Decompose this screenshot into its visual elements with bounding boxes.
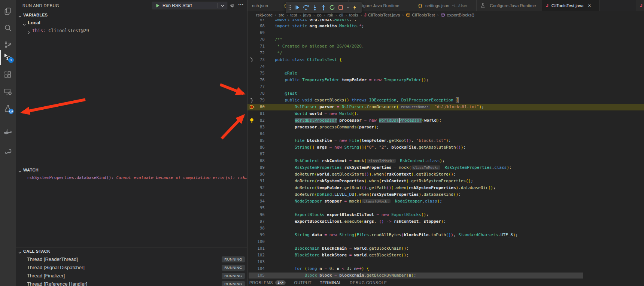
tab-clitoolstest.java[interactable]: JCliToolsTest.java×	[542, 0, 599, 11]
run-config-dropdown[interactable]: Run RSK Start	[152, 1, 228, 10]
code-text[interactable]: World world = new World();	[275, 110, 359, 117]
breadcrumb-item[interactable]: co	[317, 13, 321, 17]
gradle-icon[interactable]	[0, 143, 16, 160]
code-text[interactable]: String[] args = new String[]{"0", "2", b…	[275, 144, 466, 151]
hot-code-replace-icon[interactable]	[352, 4, 357, 10]
code-line-70[interactable]: 70/**	[247, 36, 644, 43]
code-line-97[interactable]: 97 exportBlocksCliTool.execute(args, () …	[247, 218, 644, 225]
code-line-79[interactable]: 79 public void exportBlocks() throws IOE…	[247, 97, 644, 104]
gear-icon[interactable]	[229, 3, 235, 9]
code-line-96[interactable]: 96 ExportBlocks exportBlocksCliTool = ne…	[247, 212, 644, 218]
code-line-86[interactable]: 86 String[] args = new String[]{"0", "2"…	[247, 144, 644, 151]
run-and-debug-icon[interactable]: 1	[0, 49, 16, 66]
panel-tab-output[interactable]: OUTPUT	[294, 280, 312, 285]
breadcrumb-item[interactable]: src	[279, 13, 284, 17]
breadcrumb-item[interactable]: cli	[339, 13, 343, 17]
code-text[interactable]: @Test	[275, 90, 297, 97]
explorer-icon[interactable]	[0, 3, 16, 19]
code-text[interactable]: doReturn(rskSystemProperties).when(rskCo…	[275, 178, 473, 185]
variable-this[interactable]: this: CliToolsTest@29	[16, 27, 247, 35]
code-text[interactable]: DslParser parser = DslParser.fromResourc…	[275, 104, 484, 110]
code-text[interactable]: NodeStopper stopper = mock(classToMock: …	[275, 198, 442, 205]
code-text[interactable]: WorldDslProcessor processor = new WorldD…	[275, 117, 441, 124]
code-text[interactable]: File blocksFile = new File(tempFolder.ge…	[275, 137, 451, 144]
step-out-icon[interactable]	[321, 4, 326, 10]
breadcrumb-item[interactable]: java	[303, 13, 311, 17]
horizontal-scrollbar[interactable]	[249, 273, 583, 279]
panel-tab-terminal[interactable]: TERMINAL	[320, 280, 341, 285]
stop-icon[interactable]	[338, 4, 344, 10]
code-text[interactable]: doReturn(DbKind.LEVEL_DB).when(rskSystem…	[275, 191, 461, 198]
code-text[interactable]: RskSystemProperties rskSystemProperties …	[275, 164, 511, 171]
code-line-68[interactable]: 68import static org.mockito.Mockito.*;	[247, 23, 644, 30]
code-text[interactable]: import static org.mockito.Mockito.*;	[275, 23, 364, 30]
code-line-84[interactable]: 84	[247, 131, 644, 137]
code-line-88[interactable]: 88 RskContext rskContext = mock(classToM…	[247, 158, 644, 164]
code-text[interactable]: processor.processCommands(parser);	[275, 124, 379, 131]
code-line-74[interactable]: 74	[247, 63, 644, 70]
code-line-93[interactable]: 93 doReturn(DbKind.LEVEL_DB).when(rskSys…	[247, 191, 644, 198]
watch-expression[interactable]: rskSystemProperties.databaseKind(): Cann…	[16, 174, 247, 182]
code-text[interactable]: */	[275, 50, 282, 57]
code-text[interactable]: Blockchain blockchain = world.getBlockCh…	[275, 245, 409, 252]
code-area[interactable]: 67import static org.junit.Assert.*;68imp…	[247, 0, 644, 279]
code-line-77[interactable]: 77	[247, 83, 644, 90]
code-text[interactable]: public void exportBlocks() throws IOExce…	[275, 97, 458, 104]
code-line-72[interactable]: 72 */	[247, 50, 644, 57]
call-stack-thread[interactable]: Thread [Signal Dispatcher]RUNNING	[16, 264, 247, 272]
call-stack-thread[interactable]: Thread [Reference Handler]RUNNING	[16, 280, 247, 286]
code-text[interactable]: public class CliToolsTest {	[275, 57, 342, 63]
remote-explorer-icon[interactable]	[0, 83, 16, 100]
code-line-91[interactable]: 91 doReturn(rskSystemProperties).when(rs…	[247, 178, 644, 185]
call-stack-thread[interactable]: Thread [ReaderThread]RUNNING	[16, 255, 247, 264]
breadcrumb-class[interactable]: CliToolsTest	[412, 13, 435, 17]
tab-partial-6[interactable]: J	[636, 0, 644, 11]
panel-tab-problems[interactable]: PROBLEMS1K+	[249, 280, 286, 285]
code-line-92[interactable]: 92 doReturn(tempFolder.getRoot().getPath…	[247, 185, 644, 191]
code-text[interactable]: String data = new String(Files.readAllBy…	[275, 232, 518, 238]
code-text[interactable]: /**	[275, 36, 282, 43]
code-line-71[interactable]: 71 * Created by ajlopez on 26/04/2020.	[247, 43, 644, 50]
drag-handle[interactable]	[288, 4, 291, 10]
close-icon[interactable]: ×	[588, 3, 591, 9]
restart-icon[interactable]	[329, 4, 335, 10]
variables-section-header[interactable]: VARIABLES	[16, 11, 247, 19]
code-text[interactable]: RskContext rskContext = mock(classToMock…	[275, 158, 445, 164]
code-text[interactable]: exportBlocksCliTool.execute(args, () -> …	[275, 218, 446, 225]
tab-settings.json[interactable]: {}settings.json~/.../User	[414, 0, 477, 11]
testing-icon[interactable]	[0, 100, 16, 117]
tab-configure-java-runtime[interactable]: Configure Java Runtime	[477, 0, 542, 11]
code-line-80[interactable]: 80 DslParser parser = DslParser.fromReso…	[247, 104, 644, 110]
code-text[interactable]: doReturn(tempFolder.getRoot().getPath())…	[275, 185, 496, 191]
code-text[interactable]: @Rule	[275, 70, 297, 77]
code-line-103[interactable]: 103	[247, 259, 644, 265]
code-line-101[interactable]: 101 Blockchain blockchain = world.getBlo…	[247, 245, 644, 252]
code-text[interactable]: doReturn(world.getBlockStore()).when(rsk…	[275, 171, 456, 178]
extensions-icon[interactable]	[0, 67, 16, 83]
code-line-69[interactable]: 69	[247, 30, 644, 36]
stop-dropdown-chevron-icon[interactable]	[346, 6, 350, 9]
call-stack-thread[interactable]: Thread [Finalizer]RUNNING	[16, 272, 247, 280]
step-over-icon[interactable]	[303, 4, 309, 10]
code-text[interactable]: for (long n = 0; n < 3; n++) {	[275, 265, 369, 272]
panel-tab-debug-console[interactable]: DEBUG CONSOLE	[350, 280, 387, 285]
step-into-icon[interactable]	[312, 4, 318, 10]
code-line-81[interactable]: 81 World world = new World();	[247, 110, 644, 117]
code-line-104[interactable]: 104 for (long n = 0; n < 3; n++) {	[247, 265, 644, 272]
code-line-82[interactable]: 82 WorldDslProcessor processor = new Wor…	[247, 117, 644, 124]
code-line-95[interactable]: 95	[247, 205, 644, 212]
breadcrumb-item[interactable]: rskj-core	[256, 13, 273, 17]
code-text[interactable]: * Created by ajlopez on 26/04/2020.	[275, 43, 364, 50]
breadcrumb-item[interactable]: tools	[349, 13, 358, 17]
tab-nch.json[interactable]: nch.json	[247, 0, 280, 11]
breadcrumb-file[interactable]: CliToolsTest.java	[368, 13, 400, 17]
code-line-83[interactable]: 83 processor.processCommands(parser);	[247, 124, 644, 131]
code-line-89[interactable]: 89 RskSystemProperties rskSystemProperti…	[247, 164, 644, 171]
call-stack-section-header[interactable]: CALL STACK	[16, 247, 247, 255]
code-line-94[interactable]: 94 NodeStopper stopper = mock(classToMoc…	[247, 198, 644, 205]
code-line-90[interactable]: 90 doReturn(world.getBlockStore()).when(…	[247, 171, 644, 178]
code-line-100[interactable]: 100	[247, 238, 644, 245]
watch-section-header[interactable]: WATCH	[16, 166, 247, 173]
code-line-78[interactable]: 78 @Test	[247, 90, 644, 97]
search-icon[interactable]	[0, 20, 16, 36]
